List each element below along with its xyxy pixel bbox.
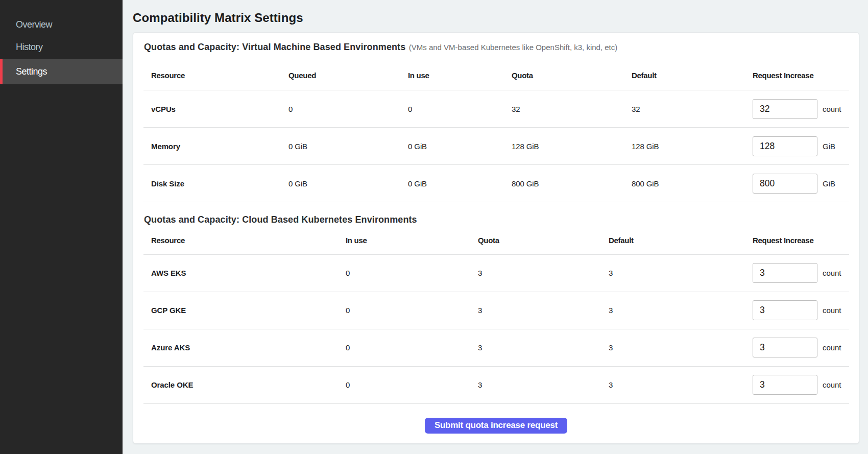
cloud-section-title: Quotas and Capacity: Cloud Based Kuberne… bbox=[144, 214, 417, 225]
cloud-col-request-increase: Request Increase bbox=[745, 227, 849, 254]
table-row-gcp-gke: GCP GKE 0 3 3 count bbox=[143, 292, 849, 329]
gcp-gke-request-input[interactable] bbox=[753, 300, 817, 320]
sidebar-nav: Overview History Settings bbox=[0, 13, 123, 84]
card-footer: Submit quota increase request bbox=[143, 418, 849, 434]
row-label: vCPUs bbox=[143, 90, 281, 128]
cell-default: 3 bbox=[601, 254, 745, 292]
table-row-oracle-oke: Oracle OKE 0 3 3 count bbox=[143, 366, 849, 403]
cell-quota: 128 GiB bbox=[504, 128, 624, 165]
sidebar-item-overview[interactable]: Overview bbox=[0, 13, 123, 37]
row-label: Azure AKS bbox=[143, 329, 338, 366]
unit-label: count bbox=[823, 105, 841, 113]
unit-label: count bbox=[823, 269, 841, 277]
vm-section-title: Quotas and Capacity: Virtual Machine Bas… bbox=[144, 42, 405, 52]
cell-in-use: 0 bbox=[400, 90, 504, 128]
vm-col-request-increase: Request Increase bbox=[745, 61, 849, 90]
cell-default: 32 bbox=[624, 90, 745, 128]
vm-col-resource: Resource bbox=[143, 61, 281, 90]
disk-size-request-input[interactable] bbox=[753, 174, 817, 194]
oracle-oke-request-input[interactable] bbox=[753, 375, 817, 395]
vm-col-quota: Quota bbox=[504, 61, 624, 90]
unit-label: count bbox=[823, 306, 841, 315]
sidebar-item-history[interactable]: History bbox=[0, 35, 123, 59]
sidebar-item-settings[interactable]: Settings bbox=[0, 59, 123, 84]
cloud-quota-table: Resource In use Quota Default Request In… bbox=[143, 227, 849, 404]
unit-label: count bbox=[823, 343, 841, 352]
submit-quota-increase-button[interactable]: Submit quota increase request bbox=[425, 418, 567, 434]
vcpus-request-input[interactable] bbox=[753, 99, 817, 119]
table-row-vcpus: vCPUs 0 0 32 32 count bbox=[143, 90, 849, 128]
aws-eks-request-input[interactable] bbox=[753, 263, 817, 283]
cell-in-use: 0 GiB bbox=[400, 165, 504, 202]
memory-request-input[interactable] bbox=[753, 136, 817, 156]
vm-section-subtitle: (VMs and VM-based Kubernetes like OpenSh… bbox=[409, 43, 618, 52]
cloud-section-head: Quotas and Capacity: Cloud Based Kuberne… bbox=[144, 213, 849, 227]
cell-quota: 800 GiB bbox=[504, 165, 624, 202]
cloud-col-in-use: In use bbox=[338, 227, 470, 254]
table-row-memory: Memory 0 GiB 0 GiB 128 GiB 128 GiB GiB bbox=[143, 128, 849, 165]
unit-label: GiB bbox=[823, 142, 835, 151]
sidebar: Overview History Settings bbox=[0, 0, 123, 454]
azure-aks-request-input[interactable] bbox=[753, 338, 817, 357]
cell-queued: 0 GiB bbox=[281, 128, 400, 165]
row-label: GCP GKE bbox=[143, 292, 338, 329]
cell-quota: 3 bbox=[470, 329, 601, 366]
cell-default: 3 bbox=[601, 366, 745, 403]
cell-quota: 3 bbox=[470, 366, 601, 403]
cloud-col-default: Default bbox=[601, 227, 745, 254]
cell-in-use: 0 GiB bbox=[400, 128, 504, 165]
main-content: Compatibility Matrix Settings Quotas and… bbox=[123, 0, 868, 454]
vm-section-head: Quotas and Capacity: Virtual Machine Bas… bbox=[144, 40, 849, 54]
cell-quota: 3 bbox=[470, 292, 601, 329]
row-label: AWS EKS bbox=[143, 254, 338, 292]
vm-col-default: Default bbox=[624, 61, 745, 90]
sidebar-item-label: History bbox=[16, 42, 43, 53]
unit-label: count bbox=[823, 380, 841, 389]
vm-table-header-row: Resource Queued In use Quota Default Req… bbox=[143, 61, 849, 90]
row-label: Disk Size bbox=[143, 165, 281, 202]
page-title: Compatibility Matrix Settings bbox=[133, 10, 868, 26]
cell-quota: 32 bbox=[504, 90, 624, 128]
cell-default: 3 bbox=[601, 292, 745, 329]
sidebar-item-label: Settings bbox=[16, 66, 47, 77]
cloud-col-quota: Quota bbox=[470, 227, 601, 254]
cell-in-use: 0 bbox=[338, 366, 470, 403]
cell-default: 128 GiB bbox=[624, 128, 745, 165]
unit-label: GiB bbox=[823, 179, 835, 188]
cell-in-use: 0 bbox=[338, 292, 470, 329]
cell-in-use: 0 bbox=[338, 329, 470, 366]
cell-default: 3 bbox=[601, 329, 745, 366]
table-row-disk-size: Disk Size 0 GiB 0 GiB 800 GiB 800 GiB Gi… bbox=[143, 165, 849, 202]
cloud-col-resource: Resource bbox=[143, 227, 338, 254]
row-label: Memory bbox=[143, 128, 281, 165]
row-label: Oracle OKE bbox=[143, 366, 338, 403]
cell-quota: 3 bbox=[470, 254, 601, 292]
vm-quota-table: Resource Queued In use Quota Default Req… bbox=[143, 61, 849, 203]
settings-card: Quotas and Capacity: Virtual Machine Bas… bbox=[133, 32, 859, 444]
table-row-azure-aks: Azure AKS 0 3 3 count bbox=[143, 329, 849, 366]
cell-queued: 0 GiB bbox=[281, 165, 400, 202]
vm-col-queued: Queued bbox=[281, 61, 400, 90]
cell-default: 800 GiB bbox=[624, 165, 745, 202]
sidebar-item-label: Overview bbox=[16, 19, 52, 30]
cell-queued: 0 bbox=[281, 90, 400, 128]
table-row-aws-eks: AWS EKS 0 3 3 count bbox=[143, 254, 849, 292]
vm-col-in-use: In use bbox=[400, 61, 504, 90]
cell-in-use: 0 bbox=[338, 254, 470, 292]
cloud-table-header-row: Resource In use Quota Default Request In… bbox=[143, 227, 849, 254]
